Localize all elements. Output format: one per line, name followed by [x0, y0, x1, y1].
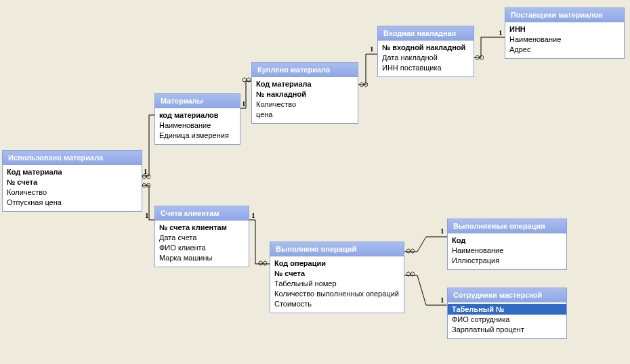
field: Дата накладной [382, 53, 469, 63]
table-client-accounts[interactable]: Счета клиентам № счета клиентам Дата сче… [154, 206, 249, 267]
rel-inf [475, 54, 484, 62]
table-employees[interactable]: Сотрудники мастерской Табельный № ФИО со… [447, 288, 567, 339]
field: Единица измерения [159, 131, 236, 141]
field: Наименование [509, 35, 620, 45]
field-selected[interactable]: Табельный № [448, 304, 566, 315]
rel-inf [242, 76, 251, 84]
rel-one: 1 [440, 227, 444, 235]
field: Зарплатный процент [452, 325, 562, 335]
table-title: Куплено материала [252, 63, 358, 77]
rel-one: 1 [251, 211, 255, 219]
table-title: Выполняемые операции [448, 219, 566, 233]
table-fields: Код операции № счета Табельный номер Кол… [270, 256, 404, 313]
table-fields: код материалов Наименование Единица изме… [155, 108, 240, 144]
table-fields: Код материала № накладной Количество цен… [252, 77, 358, 123]
field: Марка машины [159, 253, 245, 263]
table-operations-done[interactable]: Выполнено операций Код операции № счета … [270, 242, 404, 313]
field: Наименование [452, 246, 562, 256]
field: ИНН поставщика [382, 63, 469, 73]
rel-one: 1 [499, 28, 503, 37]
table-fields: Код материала № счета Количество Отпускн… [3, 165, 142, 211]
table-fields: № счета клиентам Дата счета ФИО клиента … [155, 221, 249, 267]
table-title: Использовано материала [3, 151, 142, 165]
field: Количество [256, 99, 354, 110]
field: ФИО клиента [159, 243, 245, 253]
table-title: Входная накладная [378, 26, 474, 41]
field: № счета клиентам [159, 223, 245, 233]
field: ИНН [509, 24, 620, 35]
table-fields: Код Наименование Иллюстрация [448, 233, 566, 269]
field: Код операции [274, 258, 400, 269]
field: код материалов [159, 110, 236, 120]
table-title: Материалы [155, 94, 240, 108]
field: Стоимость [274, 299, 400, 309]
table-bought-material[interactable]: Куплено материала Код материала № наклад… [251, 62, 358, 124]
rel-one: 1 [145, 211, 149, 219]
field: цена [256, 110, 354, 120]
table-title: Сотрудники мастерской [448, 288, 566, 302]
rel-one: 1 [242, 99, 246, 108]
erd-canvas: 1 1 1 1 1 1 1 1 Использовано материала К… [0, 0, 630, 364]
table-title: Счета клиентам [155, 206, 249, 221]
rel-one: 1 [440, 296, 444, 304]
field: № накладной [256, 89, 354, 99]
field: № счета [274, 269, 400, 279]
table-fields: Табельный № ФИО сотрудника Зарплатный пр… [448, 302, 566, 338]
table-suppliers[interactable]: Поставщики материалов ИНН Наименование А… [505, 7, 625, 59]
rel-inf [258, 260, 267, 267]
field: Код материала [256, 79, 354, 89]
field: Наименование [159, 120, 236, 131]
field: № входной накладной [382, 43, 469, 53]
field: Количество [7, 187, 138, 198]
field: № счета [7, 177, 138, 187]
rel-inf [406, 271, 415, 278]
table-operations[interactable]: Выполняемые операции Код Наименование Ил… [447, 219, 567, 270]
table-title: Поставщики материалов [505, 8, 624, 22]
table-incoming-invoice[interactable]: Входная накладная № входной накладной Да… [377, 26, 474, 77]
field: Дата счета [159, 233, 245, 243]
field: Код материала [7, 167, 138, 177]
field: Код [452, 235, 562, 246]
table-title: Выполнено операций [270, 242, 404, 256]
rel-inf [142, 173, 150, 181]
field: ФИО сотрудника [452, 315, 562, 325]
field: Количество выполненных операций [274, 289, 400, 299]
table-materials[interactable]: Материалы код материалов Наименование Ед… [154, 93, 240, 145]
table-used-material[interactable]: Использовано материала Код материала № с… [2, 150, 142, 212]
rel-one: 1 [370, 45, 374, 53]
rel-inf [406, 248, 415, 255]
field: Табельный номер [274, 279, 400, 289]
field: Иллюстрация [452, 256, 562, 266]
table-fields: № входной накладной Дата накладной ИНН п… [378, 41, 474, 76]
field: Адрес [509, 45, 620, 55]
rel-inf [359, 81, 368, 89]
table-fields: ИНН Наименование Адрес [505, 22, 624, 58]
rel-inf [142, 182, 150, 189]
field: Отпускная цена [7, 198, 138, 208]
